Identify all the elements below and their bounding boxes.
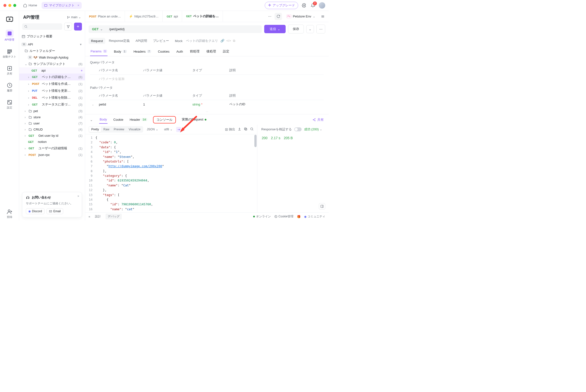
settings-gear-button[interactable] (301, 2, 307, 8)
ptab-pre[interactable]: 前処理 (189, 47, 200, 56)
code-icon[interactable]: </> (226, 39, 231, 43)
fmt-preview[interactable]: Preview (112, 127, 127, 132)
community-button[interactable]: ◉コミュニティ (304, 214, 325, 218)
nav-api-management[interactable]: API管理 (2, 28, 18, 43)
home-button[interactable]: Home (21, 2, 40, 8)
response-code-viewer[interactable]: 1{2 "code": 0,3 "data": {4 "id": "1",5 "… (85, 134, 257, 212)
nav-invite[interactable]: 招待 (2, 207, 18, 220)
request-tab-3[interactable]: GETapi (163, 11, 182, 22)
window-minimize[interactable] (8, 4, 11, 7)
refresh-button[interactable] (275, 13, 282, 20)
cookie-manager-button[interactable]: Cookie管理 (274, 214, 293, 218)
tree-item-get-user[interactable]: ›GETGet user by id(1) (19, 132, 85, 139)
tree-item-create-pet[interactable]: › POST ペット情報を作成… (1) (19, 80, 85, 87)
request-tab-4[interactable]: GETペットの詳細を… (182, 11, 223, 22)
email-button[interactable]: Email (47, 208, 63, 214)
ptab-cookies[interactable]: Cookies (158, 48, 170, 56)
project-tab[interactable]: マイプロジェクト × (42, 2, 82, 9)
subtab-request[interactable]: Request (89, 38, 105, 44)
tab-more-button[interactable]: ⋯ (267, 14, 273, 20)
search-response-button[interactable] (250, 127, 254, 132)
upgrade-button[interactable]: アップグレード (265, 2, 298, 9)
encoding-select[interactable]: utf8⌄ (162, 127, 175, 132)
discord-button[interactable]: ◉Discord (26, 208, 45, 214)
share-response-button[interactable]: 共有 (312, 118, 324, 122)
copy-icon[interactable]: ⧉ (233, 39, 235, 43)
tree-item-status[interactable]: › GET ステータスに基づ… (3) (19, 101, 85, 108)
request-tab-2[interactable]: ⚡https://r275xc9… (125, 11, 163, 22)
resp-tab-console[interactable]: コンソール (153, 116, 176, 124)
tree-item-pet-detail[interactable]: › GET ペットの詳細をク… (6) (19, 74, 85, 80)
env-menu-button[interactable] (320, 14, 326, 20)
copy-response-button[interactable] (244, 127, 248, 132)
url-input[interactable]: /pet/{petId} (106, 25, 262, 33)
link-icon[interactable]: 🔗 (220, 39, 224, 43)
fmt-raw[interactable]: Raw (101, 127, 112, 132)
query-add-row[interactable]: パラメータを追加 (90, 74, 324, 83)
resp-tab-cookie[interactable]: Cookie (113, 116, 124, 124)
tree-item-api[interactable]: GET api (19, 68, 85, 74)
sample-project-folder[interactable]: ⌄ サンプルプロジェクト (6) (19, 60, 85, 68)
resp-tab-actual[interactable]: 実際のRequest (181, 116, 207, 124)
ptab-body[interactable]: Body1 (113, 48, 127, 56)
add-button[interactable]: + (74, 22, 82, 30)
nav-auto-test[interactable]: 自動テスト (2, 47, 18, 60)
request-tab-1[interactable]: POSTPlace an orde… (85, 11, 125, 22)
tree-item-notion[interactable]: GETnotion (19, 139, 85, 145)
download-button[interactable] (238, 127, 241, 132)
collapse-sidebar-button[interactable]: « (89, 215, 90, 218)
tree-item-user-detail[interactable]: ›GETユーザーの詳細情報(1) (19, 145, 85, 152)
panel-layout-toggle[interactable] (319, 203, 325, 210)
tree-item-delete-pet[interactable]: › DEL ペット情報を削除… (1) (19, 94, 85, 101)
project-overview[interactable]: プロジェクト概要 (19, 33, 85, 40)
ptab-settings[interactable]: 設定 (222, 47, 230, 56)
branch-selector[interactable]: main ⌄ (67, 16, 81, 19)
status-selector[interactable]: 成功 (200) ⌄ (304, 127, 323, 132)
fmt-pretty[interactable]: Pretty (89, 127, 101, 132)
extract-button[interactable]: 抽出 (225, 127, 235, 132)
send-button[interactable]: 送信⌄ (264, 25, 286, 33)
user-avatar[interactable] (319, 2, 325, 8)
path-param-row[interactable]: ⌄ petId 1 string* ペットのID (90, 100, 324, 108)
save-button[interactable]: 保存 (288, 24, 304, 34)
sidebar-search[interactable] (22, 23, 62, 30)
collapse-response-button[interactable]: ⌄ (90, 118, 93, 122)
request-more-button[interactable]: ⋯ (316, 24, 325, 34)
row-checkbox[interactable]: ⌄ (92, 102, 99, 106)
filter-button[interactable] (64, 22, 72, 30)
root-folder[interactable]: ルートフォルダー (19, 48, 85, 54)
close-icon[interactable]: × (78, 4, 80, 7)
tree-item-jsonrpc[interactable]: ›POSTjson-rpc(1) (19, 152, 85, 158)
nav-settings[interactable]: 設定 (2, 98, 18, 111)
param-value[interactable]: 1 (143, 102, 192, 106)
subtab-response-def[interactable]: Response定義 (106, 38, 132, 44)
gift-button[interactable]: 🎁 (297, 215, 301, 218)
ptab-post[interactable]: 後処理 (206, 47, 217, 56)
resp-tab-body[interactable]: Body (99, 116, 108, 124)
resp-tab-header[interactable]: Header14 (129, 116, 148, 124)
environment-selector[interactable]: Pe Petstore Env ⌄ (284, 13, 318, 20)
fmt-visualize[interactable]: Visualize (127, 127, 143, 132)
ptab-auth[interactable]: Auth (176, 48, 184, 56)
validate-toggle[interactable] (294, 128, 302, 131)
tree-item-update-pet[interactable]: › PUT ペット情報を更新… (2) (19, 87, 85, 94)
scrollbar-thumb[interactable] (254, 135, 257, 147)
folder-store[interactable]: ›store(4) (19, 114, 85, 120)
nav-share[interactable]: 共有 (2, 64, 18, 77)
save-dropdown[interactable]: ⌄ (306, 25, 314, 33)
window-close[interactable] (4, 4, 7, 7)
help-close-button[interactable]: × (77, 194, 79, 198)
wrap-toggle[interactable]: ⇥ (176, 127, 181, 132)
folder-user[interactable]: ›user(7) (19, 120, 85, 126)
folder-pet[interactable]: ›pet(3) (19, 108, 85, 114)
ptab-headers[interactable]: Headers7 (133, 48, 152, 56)
method-selector[interactable]: GET⌄ (89, 25, 106, 33)
param-type[interactable]: string (192, 102, 200, 106)
nav-history[interactable]: 履歴 (2, 81, 18, 94)
footer-tab-debug[interactable]: デバッグ (106, 214, 122, 219)
panel-resize-handle[interactable]: ⋯ (85, 110, 329, 114)
subtab-mock[interactable]: Mock (173, 38, 185, 44)
content-type-select[interactable]: JSON⌄ (145, 127, 160, 132)
footer-tab-design[interactable]: 設計 (93, 214, 103, 219)
notifications-button[interactable]: 2 (310, 2, 316, 8)
